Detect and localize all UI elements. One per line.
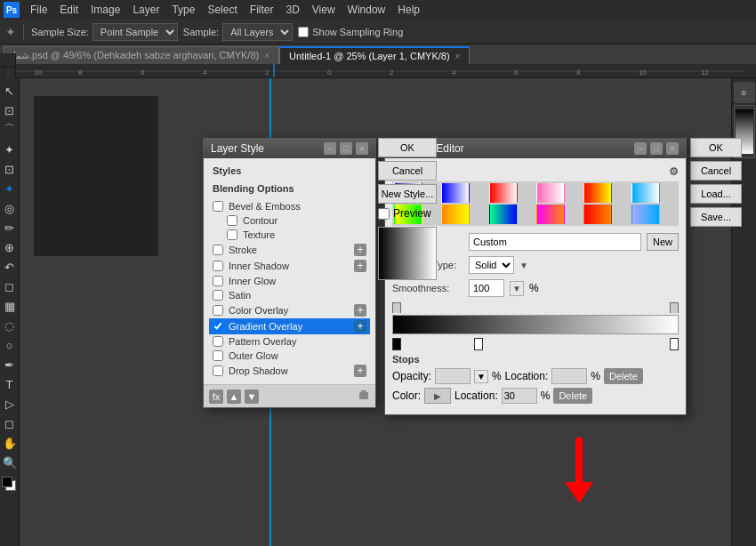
ge-color-delete-btn[interactable]: Delete [553,388,592,404]
ge-color-swatch[interactable]: ▶ [424,388,451,404]
ls-drop-shadow[interactable]: Drop Shadow + [209,363,370,379]
show-sampling-group[interactable]: Show Sampling Ring [298,27,403,37]
ge-close[interactable]: × [666,142,679,155]
tool-lasso[interactable]: ⌒ [1,121,19,139]
ge-opacity-dropdown[interactable]: ▼ [474,370,488,383]
ls-gradient-overlay-add[interactable]: + [354,320,366,333]
tool-move[interactable]: ↖ [1,82,19,100]
panel-btn-1[interactable]: ≡ [734,82,755,103]
ge-preset-10[interactable] [536,205,565,224]
tab-2-close[interactable]: × [455,52,461,61]
ls-inner-glow-check[interactable] [213,276,223,286]
menu-type[interactable]: Type [166,2,200,18]
ge-opacity-handle-left[interactable] [392,302,401,313]
close-btn[interactable]: × [356,142,368,155]
tool-eraser[interactable]: ◻ [1,277,19,295]
ge-name-input[interactable] [469,233,641,251]
ls-color-overlay-check[interactable] [213,305,223,316]
ls-bevel-check[interactable] [213,201,223,212]
ls-pattern-overlay[interactable]: Pattern Overlay [209,334,370,349]
ls-gradient-overlay-check[interactable] [213,321,223,332]
ls-new-style-btn[interactable]: New Style... [378,184,437,204]
ge-preset-3[interactable] [489,183,518,203]
ls-down-btn[interactable]: ▼ [245,389,259,404]
tab-1-close[interactable]: × [264,51,269,60]
tool-eyedropper[interactable]: ✦ [1,180,19,197]
tool-shape[interactable]: ◻ [1,414,19,432]
sample-size-select[interactable]: Point Sample [92,23,178,41]
ls-pattern-overlay-check[interactable] [213,336,223,347]
ls-contour-check[interactable] [227,215,237,226]
ge-color-handle-white[interactable] [670,338,679,350]
menu-view[interactable]: View [307,2,341,18]
menu-file[interactable]: File [25,2,52,18]
ge-opacity-delete-btn[interactable]: Delete [604,368,643,384]
sample-select[interactable]: All Layers [222,23,293,41]
tool-history[interactable]: ↶ [1,258,19,276]
ge-preset-8[interactable] [441,205,470,224]
menu-help[interactable]: Help [392,2,425,18]
fx-btn[interactable]: fx [209,389,223,404]
ls-preview-check[interactable] [378,208,390,220]
menu-window[interactable]: Window [342,2,391,18]
ge-gear-icon[interactable]: ⚙ [669,165,679,178]
ge-opacity-stop-input[interactable] [435,368,470,384]
ls-outer-glow[interactable]: Outer Glow [209,349,370,363]
tab-2[interactable]: Untitled-1 @ 25% (Layer 1, CMYK/8) × [279,46,470,64]
tool-gradient[interactable]: ▦ [1,297,19,315]
ls-texture[interactable]: Texture [209,228,370,242]
ge-save-btn[interactable]: Save... [690,207,742,227]
ge-maximize[interactable]: □ [650,142,663,155]
ge-preset-12[interactable] [631,205,660,224]
tool-brush[interactable]: ✏ [1,219,19,237]
menu-select[interactable]: Select [202,2,242,18]
ge-type-select[interactable]: Solid [469,256,514,274]
ls-inner-shadow-add[interactable]: + [354,260,366,272]
minimize-btn[interactable]: − [324,142,336,155]
tab-1[interactable]: ﺷﻤﺎ.psd @ 49/6% (Dehkadeh sabze arghavan… [4,46,279,64]
ls-stroke[interactable]: Stroke + [209,242,370,258]
ls-inner-shadow-check[interactable] [213,261,223,271]
ge-preset-11[interactable] [583,205,612,224]
ge-preset-9[interactable] [489,205,518,224]
ls-stroke-add[interactable]: + [354,244,366,256]
tool-hand[interactable]: ✋ [1,434,19,452]
menu-filter[interactable]: Filter [245,2,279,18]
ls-inner-glow[interactable]: Inner Glow [209,274,370,288]
ls-stroke-check[interactable] [213,245,223,255]
ge-color-handle-black[interactable] [392,338,401,350]
menu-edit[interactable]: Edit [54,2,84,18]
tool-blur[interactable]: ◌ [1,317,19,334]
ls-gradient-overlay[interactable]: Gradient Overlay + [209,318,370,334]
ge-preset-5[interactable] [583,183,612,203]
tool-clone[interactable]: ⊕ [1,238,19,256]
ls-texture-check[interactable] [227,229,237,240]
ls-satin-check[interactable] [213,290,223,301]
ls-contour[interactable]: Contour [209,213,370,228]
ge-opacity-handle-right[interactable] [670,302,679,313]
tool-zoom[interactable]: 🔍 [1,454,19,471]
ge-ok-btn[interactable]: OK [690,138,742,157]
tool-dodge[interactable]: ○ [1,336,19,354]
ge-smoothness-input[interactable] [469,279,504,297]
ge-preset-2[interactable] [441,183,470,203]
tool-wand[interactable]: ✦ [1,141,19,158]
tool-pen[interactable]: ✒ [1,356,19,373]
ge-minimize[interactable]: − [634,142,647,155]
ls-up-btn[interactable]: ▲ [227,389,241,404]
ls-drop-shadow-add[interactable]: + [354,365,366,377]
tool-marquee[interactable]: ⊡ [1,101,19,119]
ls-cancel-btn[interactable]: Cancel [378,161,437,181]
menu-image[interactable]: Image [85,2,125,18]
ls-drop-shadow-check[interactable] [213,365,223,376]
ls-inner-shadow[interactable]: Inner Shadow + [209,258,370,274]
show-sampling-checkbox[interactable] [298,27,309,37]
ls-satin[interactable]: Satin [209,288,370,302]
ls-color-overlay[interactable]: Color Overlay + [209,302,370,318]
tool-path[interactable]: ▷ [1,395,19,413]
ge-load-btn[interactable]: Load... [690,184,742,204]
ge-cancel-btn[interactable]: Cancel [690,161,742,181]
menu-layer[interactable]: Layer [127,2,165,18]
ge-color-location-input[interactable] [502,388,537,404]
ge-color-handle-mid[interactable] [474,338,483,350]
